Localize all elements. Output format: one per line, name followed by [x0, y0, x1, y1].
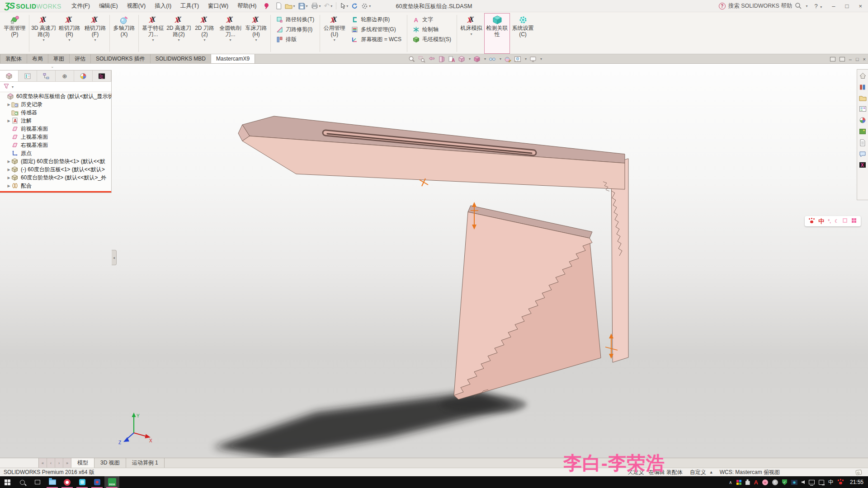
ribbon-3d-hst-button[interactable]: 3D 高速刀路(3) ▾: [31, 13, 57, 54]
taskbar-clock[interactable]: 21:55: [850, 479, 863, 485]
zoom-area-icon[interactable]: [418, 56, 425, 63]
menu-view[interactable]: 视图(V): [123, 0, 151, 12]
minimize-button[interactable]: –: [829, 3, 838, 9]
select-button[interactable]: ▾: [339, 2, 349, 10]
dropdown-icon[interactable]: ▾: [469, 57, 471, 61]
section-view-icon[interactable]: [438, 56, 445, 63]
menu-file[interactable]: 文件(F): [67, 0, 94, 12]
dropdown-icon[interactable]: ▾: [203, 38, 205, 42]
tray-network-icon[interactable]: [809, 480, 815, 484]
ribbon-text-button[interactable]: A 文字: [409, 14, 455, 24]
hide-show-items-icon[interactable]: [489, 56, 496, 63]
tag-icon[interactable]: [855, 469, 862, 475]
tab-sketch[interactable]: 草图: [48, 54, 70, 63]
ribbon-trim-button[interactable]: 刀路修剪(I): [272, 24, 318, 34]
apply-scene-icon[interactable]: [514, 56, 521, 63]
tree-item-top-plane[interactable]: 上视基准面: [0, 133, 111, 141]
file-explorer-taskbar-button[interactable]: [45, 476, 60, 488]
dropdown-icon[interactable]: ▾: [484, 57, 486, 61]
tab-evaluate[interactable]: 评估: [70, 54, 91, 63]
tab-mastercam-manager[interactable]: [93, 70, 111, 81]
tab-mastercam-x9[interactable]: MastercamX9: [211, 54, 255, 63]
tree-item-front-plane[interactable]: 前视基准面: [0, 125, 111, 133]
help-menu-button[interactable]: ? ▾: [811, 3, 825, 9]
print-button[interactable]: ▾: [310, 2, 322, 10]
menu-insert[interactable]: 插入(I): [150, 0, 176, 12]
tray-volume-icon[interactable]: [802, 480, 805, 484]
next-tab-button[interactable]: ›: [55, 458, 63, 468]
custom-status[interactable]: 自定义: [690, 469, 706, 476]
model-3d-render[interactable]: Y X Z: [0, 64, 868, 458]
options-button[interactable]: ▾: [360, 2, 372, 10]
tray-autodesk-icon[interactable]: A: [754, 479, 758, 486]
ime-toolbar[interactable]: 中 °, ☾: [805, 216, 861, 226]
ribbon-draw-axis-button[interactable]: 绘制轴: [409, 24, 455, 34]
expand-arrow-icon[interactable]: ▶: [6, 103, 11, 107]
ribbon-contour-boundary-button[interactable]: 轮廓边界(B): [347, 14, 406, 24]
doc-tab-3d-views[interactable]: 3D 视图: [94, 458, 126, 468]
doc-restore-button[interactable]: □: [856, 56, 859, 62]
last-tab-button[interactable]: »: [63, 458, 71, 468]
dropdown-icon[interactable]: ▾: [293, 4, 295, 8]
decals-icon[interactable]: [859, 128, 866, 136]
messenger-taskbar-button[interactable]: [75, 476, 90, 488]
ribbon-multithread-button[interactable]: 多线程管理(G): [347, 24, 406, 34]
tree-item-sensors[interactable]: 传感器: [0, 108, 111, 117]
doc-window-icon[interactable]: [840, 57, 845, 61]
tray-sogou-paw-icon[interactable]: [838, 479, 844, 485]
browser-taskbar-button[interactable]: [60, 476, 75, 488]
new-document-button[interactable]: [274, 1, 283, 10]
tree-item-mates[interactable]: ▶ 配合: [0, 182, 111, 190]
tab-configurationmanager[interactable]: [37, 70, 56, 81]
ribbon-utility-manager-button[interactable]: 公用管理(U) ▾: [321, 13, 347, 54]
edit-appearance-icon[interactable]: [504, 56, 511, 63]
taskbar-search-button[interactable]: [15, 476, 30, 488]
ime-toolbox-icon[interactable]: [851, 218, 857, 225]
tab-sw-addins[interactable]: SOLIDWORKS 插件: [91, 54, 151, 63]
dropdown-icon[interactable]: ▾: [330, 4, 332, 8]
ribbon-screen-view-wcs-button[interactable]: 屏幕视图 = WCS: [347, 34, 406, 44]
tray-antivirus-shield-icon[interactable]: ✓: [782, 479, 787, 485]
dropdown-icon[interactable]: ▾: [525, 57, 527, 61]
hide-show-annotations-icon[interactable]: A: [448, 56, 455, 63]
search-dropdown-icon[interactable]: ▾: [806, 4, 807, 8]
filter-dropdown-icon[interactable]: ▾: [12, 85, 14, 89]
pin-menu-icon[interactable]: [263, 3, 270, 9]
tree-item-history[interactable]: ▶ 历史记录: [0, 100, 111, 108]
tab-layout[interactable]: 布局: [27, 54, 48, 63]
rollback-bar[interactable]: [0, 191, 111, 192]
solidworks-taskbar-button[interactable]: 2016: [104, 476, 119, 488]
ribbon-finish-button[interactable]: 精切刀路(F) ▾: [82, 13, 108, 54]
dropdown-icon[interactable]: ▾: [369, 4, 371, 8]
task-view-button[interactable]: [30, 476, 45, 488]
tab-dimxpertmanager[interactable]: ⊕: [56, 70, 74, 81]
ribbon-check-associativity-button[interactable]: 检测关联性: [484, 13, 510, 54]
rebuild-button[interactable]: [350, 2, 359, 10]
menu-tools[interactable]: 工具(T): [176, 0, 203, 12]
doc-close-button[interactable]: ×: [863, 56, 866, 62]
ribbon-system-settings-button[interactable]: 系统设置(C): [510, 13, 536, 54]
ribbon-fbm-button[interactable]: 基于特征刀... ▾: [140, 13, 166, 54]
filter-funnel-icon[interactable]: [3, 83, 9, 90]
close-button[interactable]: ×: [855, 3, 865, 9]
ribbon-2d-hst-button[interactable]: 2D 高速刀路(2) ▾: [166, 13, 192, 54]
open-button[interactable]: ▾: [283, 2, 297, 10]
dropdown-icon[interactable]: ▾: [152, 38, 154, 42]
tray-gpu-icon[interactable]: ◉: [791, 480, 797, 485]
prev-tab-button[interactable]: ‹: [47, 458, 55, 468]
tree-item-clamp-plate-1[interactable]: ▶ (-) 60度台阶压板<1> (默认<<默认>: [0, 165, 111, 174]
display-style-icon[interactable]: [473, 56, 481, 63]
expand-arrow-icon[interactable]: ▶: [6, 184, 11, 188]
ribbon-nesting-button[interactable]: 排版: [272, 34, 318, 44]
dropdown-icon[interactable]: ▾: [346, 4, 348, 8]
menu-window[interactable]: 窗口(W): [203, 0, 233, 12]
ribbon-stock-model-button[interactable]: 毛坯模型(S): [409, 34, 455, 44]
mastercam-pane-icon[interactable]: X: [859, 162, 866, 169]
search-icon[interactable]: [795, 2, 802, 9]
view-palette-icon[interactable]: [859, 106, 867, 113]
tab-propertymanager[interactable]: [19, 70, 37, 81]
menu-help[interactable]: 帮助(H): [233, 0, 261, 12]
ribbon-multiaxis-button[interactable]: 多轴刀路(X): [111, 13, 137, 54]
file-explorer-icon[interactable]: [859, 95, 867, 103]
tree-item-origin[interactable]: 原点: [0, 149, 111, 157]
